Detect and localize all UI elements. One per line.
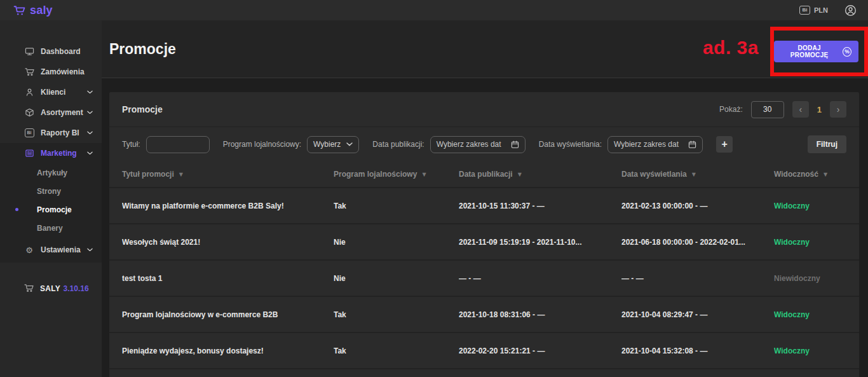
saly-logo-cart-icon [13, 5, 26, 16]
sidebar-item-label: Klienci [41, 88, 65, 97]
red-highlight-box: DODAJ PROMOCJĘ % [770, 27, 868, 76]
table-header-row: Tytuł promocji▼ Program lojalnościowy▼ D… [109, 161, 859, 187]
cell-title: Witamy na platformie e-commerce B2B Saly… [122, 202, 334, 210]
loyalty-filter-select[interactable]: Wybierz [307, 136, 359, 153]
panel-title: Promocje [122, 104, 163, 114]
sidebar-item-dashboard[interactable]: Dashboard [0, 41, 102, 62]
sidebar-item-raporty-bi[interactable]: Bi Raporty BI [0, 123, 102, 143]
cell-publication: 2022-02-20 15:21:21 - — [459, 346, 621, 355]
cell-loyalty: Tak [334, 202, 459, 210]
sidebar-subitem-banery[interactable]: Banery [0, 219, 102, 237]
sidebar-item-label: Raporty BI [41, 128, 79, 137]
table-row-partial [109, 368, 859, 374]
sort-icon: ▼ [824, 172, 827, 177]
cell-visibility: Niewidoczny [774, 274, 846, 283]
sidebar-subitem-label: Strony [37, 187, 61, 196]
bi-report-icon: Bi [24, 128, 34, 137]
cell-loyalty: Tak [334, 310, 459, 319]
account-icon[interactable] [844, 4, 857, 17]
box-icon [24, 108, 34, 117]
sort-icon: ▼ [518, 172, 522, 177]
cell-title: Pieniądze wydajesz, bonusy dostajesz! [122, 346, 334, 355]
app-brand: SALY [40, 284, 60, 293]
filter-submit-button[interactable]: Filtruj [808, 135, 846, 153]
column-header-display[interactable]: Data wyświetlania▼ [621, 170, 774, 179]
display-date-filter[interactable]: Wybierz zakres dat [607, 136, 703, 153]
publication-date-filter-label: Data publikacji: [372, 140, 424, 149]
chevron-down-icon [87, 131, 93, 135]
sidebar-subitem-label: Promocje [37, 205, 72, 214]
sidebar: Dashboard Zamówienia [0, 20, 102, 377]
title-filter-input[interactable] [146, 136, 210, 153]
cell-loyalty: Nie [334, 274, 459, 283]
cell-display: 2021-02-13 00:00:00 - — [621, 202, 774, 210]
column-header-title[interactable]: Tytuł promocji▼ [122, 170, 334, 179]
pagination: Pokaż: ‹ 1 › [719, 101, 846, 118]
add-promotion-label: DODAJ PROMOCJĘ [781, 45, 837, 58]
filters-bar: Tytuł: Program lojalnościowy: Wybierz Da… [109, 127, 859, 161]
page-title: Promocje [109, 41, 176, 58]
table-row[interactable]: Pieniądze wydajesz, bonusy dostajesz! Ta… [109, 332, 859, 368]
column-header-visibility[interactable]: Widoczność▼ [774, 170, 846, 179]
chevron-down-icon [346, 142, 353, 146]
annotation-ad-3a: ad. 3a [703, 37, 759, 58]
current-page-number: 1 [817, 105, 822, 114]
chevron-down-icon [87, 151, 93, 155]
sidebar-item-label: Ustawienia [41, 245, 81, 254]
topbar-right: Bi PLN [799, 4, 857, 17]
saly-logo-text: saly [30, 4, 53, 17]
sidebar-subitem-label: Banery [37, 224, 63, 233]
cell-visibility: Widoczny [774, 238, 846, 247]
page-size-input[interactable] [751, 101, 784, 118]
cart-icon [24, 67, 34, 76]
sidebar-subitem-artykuly[interactable]: Artykuły [0, 163, 102, 182]
sort-icon: ▼ [179, 172, 183, 177]
table-row[interactable]: test tosta 1 Nie — - — — - — Niewidoczny [109, 259, 859, 296]
loyalty-filter-label: Program lojalnościowy: [223, 140, 301, 149]
cart-icon [24, 284, 34, 292]
add-filter-button[interactable]: + [716, 136, 733, 153]
cell-publication: 2021-11-09 15:19:19 - 2021-11-10... [459, 238, 621, 247]
saly-logo[interactable]: saly [13, 4, 53, 17]
currency-selector[interactable]: Bi PLN [799, 6, 828, 15]
publication-date-placeholder: Wybierz zakres dat [437, 140, 501, 149]
sidebar-item-zamowienia[interactable]: Zamówienia [0, 62, 102, 82]
sidebar-item-marketing[interactable]: Marketing [0, 143, 102, 163]
sidebar-nav: Dashboard Zamówienia [0, 20, 102, 263]
currency-icon: Bi [799, 6, 810, 15]
page-header: Promocje ad. 3a DODAJ PROMOCJĘ % [102, 20, 868, 78]
content-area: Promocje Pokaż: ‹ 1 › Tytuł: Program loj… [102, 78, 868, 377]
sidebar-item-klienci[interactable]: Klienci [0, 82, 102, 102]
page-size-label: Pokaż: [719, 105, 743, 114]
panel-header: Promocje Pokaż: ‹ 1 › [109, 92, 859, 127]
sidebar-item-asortyment[interactable]: Asortyment [0, 102, 102, 123]
table-row[interactable]: Wesołych świąt 2021! Nie 2021-11-09 15:1… [109, 223, 859, 259]
cell-display: 2021-06-18 00:00:00 - 2022-02-01... [621, 238, 774, 247]
chevron-down-icon [87, 248, 93, 252]
cell-title: Program lojalnościowy w e-commerce B2B [122, 310, 334, 319]
sidebar-item-label: Marketing [41, 149, 77, 158]
gear-icon: ⚙ [24, 246, 34, 254]
sidebar-item-ustawienia[interactable]: ⚙ Ustawienia [0, 240, 102, 260]
table-row[interactable]: Witamy na platformie e-commerce B2B Saly… [109, 187, 859, 223]
topbar: saly Bi PLN [0, 0, 868, 20]
sidebar-subitem-promocje[interactable]: Promocje [0, 200, 102, 219]
cell-visibility: Widoczny [774, 346, 846, 355]
sidebar-subitem-label: Artykuły [37, 168, 67, 177]
next-page-button[interactable]: › [830, 101, 846, 118]
table-row[interactable]: Program lojalnościowy w e-commerce B2B T… [109, 296, 859, 332]
sort-icon: ▼ [692, 172, 696, 177]
prev-page-button[interactable]: ‹ [792, 101, 809, 118]
cell-loyalty: Nie [334, 238, 459, 247]
calendar-icon [511, 141, 519, 149]
column-header-publication[interactable]: Data publikacji▼ [459, 170, 621, 179]
cell-publication: 2021-10-15 11:30:37 - — [459, 202, 621, 210]
newspaper-icon [24, 149, 34, 158]
cell-publication: — - — [459, 274, 621, 283]
add-promotion-button[interactable]: DODAJ PROMOCJĘ % [774, 41, 858, 62]
column-header-loyalty[interactable]: Program lojalnościowy▼ [334, 170, 459, 179]
publication-date-filter[interactable]: Wybierz zakres dat [430, 136, 526, 153]
marketing-section: Marketing Artykuły Strony Promocje Baner… [0, 143, 102, 263]
sidebar-subitem-strony[interactable]: Strony [0, 182, 102, 200]
app-version: 3.10.16 [64, 284, 89, 293]
